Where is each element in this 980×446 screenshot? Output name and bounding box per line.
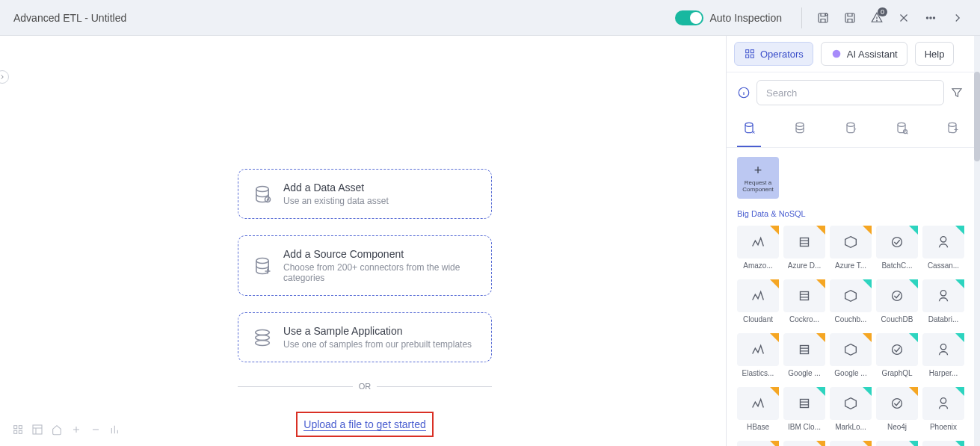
operator-item[interactable]: Cockro...	[783, 279, 825, 327]
operator-icon	[830, 333, 872, 366]
layout-icon[interactable]	[30, 422, 45, 437]
svg-point-32	[940, 237, 946, 242]
page-title: Advanced ETL - Untitled	[13, 12, 126, 24]
request-component-button[interactable]: + Request a Component	[737, 157, 779, 199]
operator-item[interactable]: Cloudant	[737, 279, 779, 327]
auto-inspection-toggle[interactable]	[675, 10, 703, 25]
operator-item[interactable]: Harper...	[922, 333, 964, 381]
operator-label: Harper...	[929, 369, 958, 377]
operator-item[interactable]	[783, 441, 825, 446]
grid-icon[interactable]	[10, 422, 25, 437]
operator-item[interactable]: MarkLo...	[830, 387, 872, 435]
svg-point-12	[256, 340, 270, 345]
sample-application-card[interactable]: Use a Sample Application Use one of samp…	[238, 312, 492, 362]
alerts-icon[interactable]: 0	[863, 4, 890, 31]
search-row	[727, 72, 974, 113]
filter-icon[interactable]	[950, 86, 964, 99]
operator-icon	[737, 387, 779, 420]
category-tabs	[727, 113, 974, 148]
card-title: Add a Source Component	[283, 248, 478, 260]
operator-icon	[783, 226, 825, 258]
svg-rect-16	[19, 430, 22, 433]
cat-tab-sources[interactable]	[737, 113, 761, 147]
corner-badge	[955, 387, 964, 396]
add-data-asset-card[interactable]: Add a Data Asset Use an existing data as…	[238, 169, 492, 219]
save-as-icon[interactable]	[810, 4, 836, 31]
main-content: Add a Data Asset Use an existing data as…	[0, 36, 980, 446]
operator-item[interactable]: Azure T...	[830, 226, 872, 273]
scrollbar-thumb[interactable]	[974, 72, 980, 161]
operator-item[interactable]	[876, 441, 918, 446]
operator-icon	[876, 441, 918, 446]
operator-item[interactable]: HBase	[737, 387, 779, 435]
svg-rect-14	[19, 426, 22, 429]
operator-label: Google ...	[834, 369, 866, 377]
svg-rect-21	[751, 55, 754, 58]
operator-label: BatchC...	[881, 261, 912, 270]
cat-tab-search[interactable]	[890, 113, 913, 147]
expand-handle[interactable]	[0, 70, 9, 84]
search-input[interactable]	[756, 80, 944, 105]
operator-item[interactable]: BatchC...	[876, 226, 918, 273]
add-source-component-card[interactable]: Add a Source Component Choose from 200+ …	[238, 235, 492, 296]
operator-item[interactable]: Databri...	[922, 279, 964, 327]
operator-item[interactable]	[830, 441, 872, 446]
operator-item[interactable]: Amazo...	[737, 226, 779, 273]
info-icon[interactable]	[737, 86, 751, 99]
zoom-in-icon[interactable]	[69, 422, 84, 437]
auto-inspection-label: Auto Inspection	[709, 12, 782, 24]
operator-item[interactable]: Neo4j	[876, 387, 918, 435]
svg-rect-15	[14, 430, 17, 433]
tab-label: Operators	[760, 49, 804, 60]
home-icon[interactable]	[49, 422, 64, 437]
operator-label: MarkLo...	[835, 423, 866, 431]
operator-label: Cloudant	[743, 315, 773, 323]
operator-label: HBase	[747, 423, 769, 431]
operator-item[interactable]: Elastics...	[737, 333, 779, 381]
operator-item[interactable]: Azure D...	[783, 226, 825, 273]
chevron-right-icon[interactable]	[944, 4, 971, 31]
close-icon[interactable]	[890, 4, 917, 31]
operator-item[interactable]: Cassan...	[922, 226, 964, 273]
svg-rect-39	[801, 400, 809, 408]
operator-item[interactable]: Phoenix	[922, 387, 964, 435]
zoom-out-icon[interactable]	[88, 422, 103, 437]
operator-item[interactable]: Google ...	[783, 333, 825, 381]
operator-item[interactable]	[737, 441, 779, 446]
operator-item[interactable]: IBM Clo...	[783, 387, 825, 435]
canvas[interactable]: Add a Data Asset Use an existing data as…	[0, 36, 726, 446]
save-icon[interactable]	[836, 4, 863, 31]
operator-label: Cockro...	[789, 315, 819, 323]
right-tabs: Operators AI Assistant Help	[727, 36, 974, 72]
svg-point-5	[930, 16, 931, 18]
more-icon[interactable]	[917, 4, 944, 31]
operator-item[interactable]: GraphQL	[876, 333, 918, 381]
cat-tab-destinations[interactable]	[839, 113, 863, 147]
tab-operators[interactable]: Operators	[734, 42, 813, 66]
operator-label: IBM Clo...	[788, 423, 821, 431]
operator-item[interactable]: Google ...	[830, 333, 872, 381]
or-label: OR	[359, 382, 372, 391]
operator-item[interactable]	[922, 441, 964, 446]
operator-item[interactable]: CouchDB	[876, 279, 918, 327]
cat-tab-transforms[interactable]	[788, 113, 812, 147]
operator-icon	[783, 279, 825, 312]
upload-file-link[interactable]: Upload a file to get started	[303, 418, 425, 431]
corner-badge	[816, 441, 825, 446]
or-divider: OR	[238, 382, 492, 391]
svg-point-29	[949, 123, 956, 126]
tab-ai-assistant[interactable]: AI Assistant	[821, 42, 907, 66]
svg-point-25	[796, 123, 804, 126]
svg-rect-33	[801, 292, 809, 300]
operator-item[interactable]: Couchb...	[830, 279, 872, 327]
corner-badge	[863, 226, 872, 235]
cat-tab-custom[interactable]	[940, 113, 964, 147]
panel-body[interactable]: + Request a Component Big Data & NoSQL A…	[727, 148, 974, 446]
scrollbar-track[interactable]	[974, 36, 980, 446]
tab-help[interactable]: Help	[915, 42, 955, 66]
svg-point-6	[933, 16, 934, 18]
chart-icon[interactable]	[108, 422, 123, 437]
operator-icon	[922, 441, 964, 446]
svg-point-35	[940, 291, 946, 296]
operator-label: Elastics...	[742, 369, 774, 377]
